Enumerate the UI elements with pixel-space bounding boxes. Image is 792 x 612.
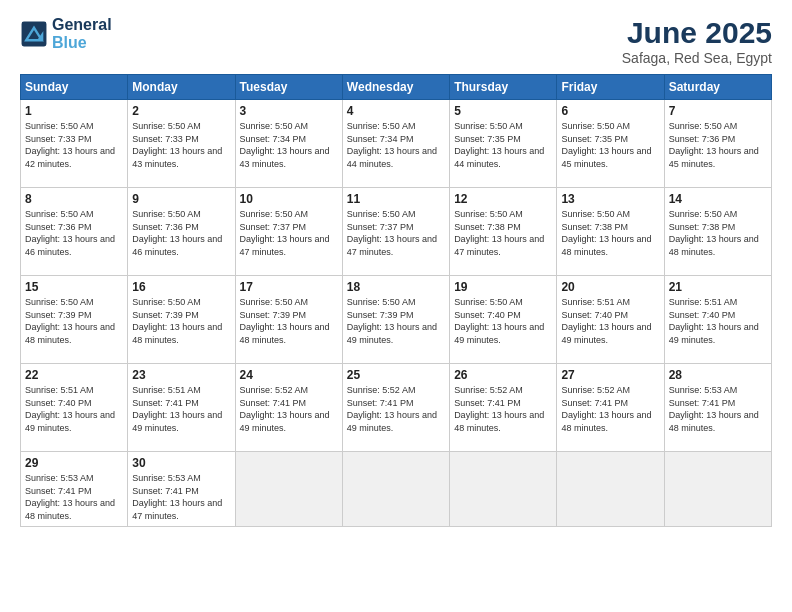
day-info: Sunrise: 5:51 AMSunset: 7:41 PMDaylight:… <box>132 384 230 434</box>
day-number: 12 <box>454 192 552 206</box>
table-row: 3 Sunrise: 5:50 AMSunset: 7:34 PMDayligh… <box>235 100 342 188</box>
day-info: Sunrise: 5:52 AMSunset: 7:41 PMDaylight:… <box>561 384 659 434</box>
day-number: 24 <box>240 368 338 382</box>
day-info: Sunrise: 5:51 AMSunset: 7:40 PMDaylight:… <box>561 296 659 346</box>
weekday-header-thursday: Thursday <box>450 75 557 100</box>
day-number: 8 <box>25 192 123 206</box>
weekday-header-friday: Friday <box>557 75 664 100</box>
table-row: 23 Sunrise: 5:51 AMSunset: 7:41 PMDaylig… <box>128 364 235 452</box>
day-number: 29 <box>25 456 123 470</box>
day-info: Sunrise: 5:50 AMSunset: 7:33 PMDaylight:… <box>132 120 230 170</box>
table-row: 27 Sunrise: 5:52 AMSunset: 7:41 PMDaylig… <box>557 364 664 452</box>
table-row: 1 Sunrise: 5:50 AMSunset: 7:33 PMDayligh… <box>21 100 128 188</box>
day-number: 9 <box>132 192 230 206</box>
calendar: SundayMondayTuesdayWednesdayThursdayFrid… <box>20 74 772 527</box>
day-number: 16 <box>132 280 230 294</box>
day-info: Sunrise: 5:52 AMSunset: 7:41 PMDaylight:… <box>347 384 445 434</box>
table-row: 13 Sunrise: 5:50 AMSunset: 7:38 PMDaylig… <box>557 188 664 276</box>
day-number: 23 <box>132 368 230 382</box>
day-number: 6 <box>561 104 659 118</box>
day-number: 15 <box>25 280 123 294</box>
day-info: Sunrise: 5:50 AMSunset: 7:36 PMDaylight:… <box>132 208 230 258</box>
day-number: 21 <box>669 280 767 294</box>
table-row: 29 Sunrise: 5:53 AMSunset: 7:41 PMDaylig… <box>21 452 128 527</box>
day-number: 3 <box>240 104 338 118</box>
day-number: 26 <box>454 368 552 382</box>
weekday-header-sunday: Sunday <box>21 75 128 100</box>
day-info: Sunrise: 5:50 AMSunset: 7:39 PMDaylight:… <box>347 296 445 346</box>
location-title: Safaga, Red Sea, Egypt <box>622 50 772 66</box>
day-number: 10 <box>240 192 338 206</box>
day-number: 27 <box>561 368 659 382</box>
logo-icon <box>20 20 48 48</box>
weekday-header-monday: Monday <box>128 75 235 100</box>
day-info: Sunrise: 5:53 AMSunset: 7:41 PMDaylight:… <box>669 384 767 434</box>
table-row: 21 Sunrise: 5:51 AMSunset: 7:40 PMDaylig… <box>664 276 771 364</box>
table-row: 17 Sunrise: 5:50 AMSunset: 7:39 PMDaylig… <box>235 276 342 364</box>
day-info: Sunrise: 5:50 AMSunset: 7:36 PMDaylight:… <box>669 120 767 170</box>
day-number: 13 <box>561 192 659 206</box>
table-row <box>235 452 342 527</box>
day-info: Sunrise: 5:52 AMSunset: 7:41 PMDaylight:… <box>240 384 338 434</box>
table-row <box>342 452 449 527</box>
day-info: Sunrise: 5:50 AMSunset: 7:39 PMDaylight:… <box>132 296 230 346</box>
weekday-header-saturday: Saturday <box>664 75 771 100</box>
logo: General Blue <box>20 16 112 51</box>
day-number: 18 <box>347 280 445 294</box>
day-number: 30 <box>132 456 230 470</box>
table-row: 14 Sunrise: 5:50 AMSunset: 7:38 PMDaylig… <box>664 188 771 276</box>
day-number: 25 <box>347 368 445 382</box>
day-info: Sunrise: 5:50 AMSunset: 7:40 PMDaylight:… <box>454 296 552 346</box>
day-number: 20 <box>561 280 659 294</box>
table-row: 9 Sunrise: 5:50 AMSunset: 7:36 PMDayligh… <box>128 188 235 276</box>
day-number: 14 <box>669 192 767 206</box>
day-info: Sunrise: 5:53 AMSunset: 7:41 PMDaylight:… <box>132 472 230 522</box>
day-number: 1 <box>25 104 123 118</box>
table-row: 22 Sunrise: 5:51 AMSunset: 7:40 PMDaylig… <box>21 364 128 452</box>
day-number: 19 <box>454 280 552 294</box>
day-number: 17 <box>240 280 338 294</box>
day-info: Sunrise: 5:51 AMSunset: 7:40 PMDaylight:… <box>669 296 767 346</box>
day-info: Sunrise: 5:50 AMSunset: 7:38 PMDaylight:… <box>669 208 767 258</box>
table-row: 11 Sunrise: 5:50 AMSunset: 7:37 PMDaylig… <box>342 188 449 276</box>
table-row: 28 Sunrise: 5:53 AMSunset: 7:41 PMDaylig… <box>664 364 771 452</box>
day-info: Sunrise: 5:50 AMSunset: 7:35 PMDaylight:… <box>561 120 659 170</box>
day-info: Sunrise: 5:50 AMSunset: 7:37 PMDaylight:… <box>347 208 445 258</box>
table-row: 12 Sunrise: 5:50 AMSunset: 7:38 PMDaylig… <box>450 188 557 276</box>
table-row: 10 Sunrise: 5:50 AMSunset: 7:37 PMDaylig… <box>235 188 342 276</box>
table-row: 4 Sunrise: 5:50 AMSunset: 7:34 PMDayligh… <box>342 100 449 188</box>
day-info: Sunrise: 5:50 AMSunset: 7:34 PMDaylight:… <box>240 120 338 170</box>
day-info: Sunrise: 5:50 AMSunset: 7:39 PMDaylight:… <box>25 296 123 346</box>
day-info: Sunrise: 5:50 AMSunset: 7:34 PMDaylight:… <box>347 120 445 170</box>
title-block: June 2025 Safaga, Red Sea, Egypt <box>622 16 772 66</box>
table-row: 6 Sunrise: 5:50 AMSunset: 7:35 PMDayligh… <box>557 100 664 188</box>
table-row: 26 Sunrise: 5:52 AMSunset: 7:41 PMDaylig… <box>450 364 557 452</box>
day-info: Sunrise: 5:50 AMSunset: 7:38 PMDaylight:… <box>561 208 659 258</box>
day-number: 28 <box>669 368 767 382</box>
day-info: Sunrise: 5:50 AMSunset: 7:35 PMDaylight:… <box>454 120 552 170</box>
day-info: Sunrise: 5:50 AMSunset: 7:37 PMDaylight:… <box>240 208 338 258</box>
table-row: 25 Sunrise: 5:52 AMSunset: 7:41 PMDaylig… <box>342 364 449 452</box>
table-row: 24 Sunrise: 5:52 AMSunset: 7:41 PMDaylig… <box>235 364 342 452</box>
day-number: 2 <box>132 104 230 118</box>
table-row: 8 Sunrise: 5:50 AMSunset: 7:36 PMDayligh… <box>21 188 128 276</box>
table-row: 15 Sunrise: 5:50 AMSunset: 7:39 PMDaylig… <box>21 276 128 364</box>
table-row: 16 Sunrise: 5:50 AMSunset: 7:39 PMDaylig… <box>128 276 235 364</box>
table-row <box>664 452 771 527</box>
logo-text: General Blue <box>52 16 112 51</box>
day-number: 5 <box>454 104 552 118</box>
table-row: 18 Sunrise: 5:50 AMSunset: 7:39 PMDaylig… <box>342 276 449 364</box>
day-info: Sunrise: 5:50 AMSunset: 7:33 PMDaylight:… <box>25 120 123 170</box>
day-number: 22 <box>25 368 123 382</box>
table-row: 7 Sunrise: 5:50 AMSunset: 7:36 PMDayligh… <box>664 100 771 188</box>
day-number: 11 <box>347 192 445 206</box>
table-row: 5 Sunrise: 5:50 AMSunset: 7:35 PMDayligh… <box>450 100 557 188</box>
month-title: June 2025 <box>622 16 772 50</box>
weekday-header-wednesday: Wednesday <box>342 75 449 100</box>
day-number: 7 <box>669 104 767 118</box>
table-row: 20 Sunrise: 5:51 AMSunset: 7:40 PMDaylig… <box>557 276 664 364</box>
table-row <box>450 452 557 527</box>
day-info: Sunrise: 5:50 AMSunset: 7:36 PMDaylight:… <box>25 208 123 258</box>
table-row: 30 Sunrise: 5:53 AMSunset: 7:41 PMDaylig… <box>128 452 235 527</box>
table-row <box>557 452 664 527</box>
